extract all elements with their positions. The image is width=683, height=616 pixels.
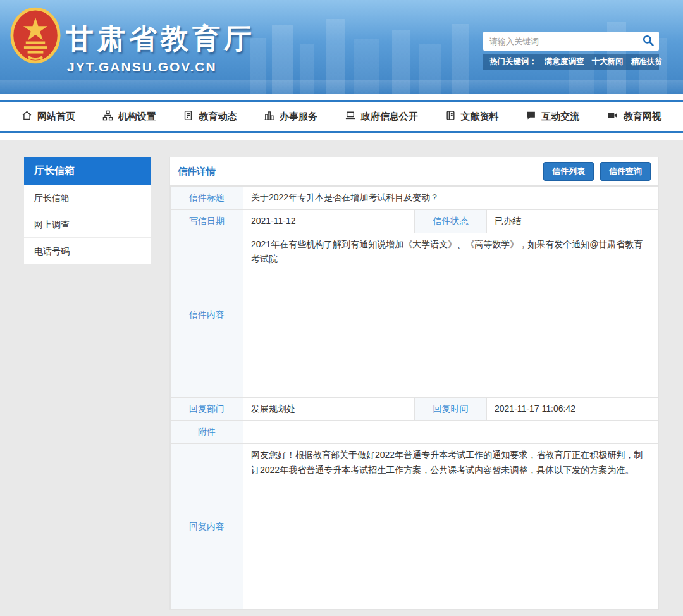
nav-item-services[interactable]: 办事服务 xyxy=(264,110,317,123)
laptop-icon xyxy=(345,110,356,123)
attachment-label: 附件 xyxy=(171,421,243,444)
letter-date-label: 写信日期 xyxy=(171,209,243,233)
table-row: 回复内容 网友您好！根据教育部关于做好2022年普通专升本考试工作的通知要求，省… xyxy=(171,444,658,610)
table-row: 信件内容 2021年在有些机构了解到有通知说增加《大学语文》、《高等数学》，如果… xyxy=(171,233,658,397)
table-row: 回复部门 发展规划处 回复时间 2021-11-17 11:06:42 xyxy=(171,397,658,421)
site-banner: 甘肃省教育厅 JYT.GANSU.GOV.CN 热门关键词： 满意度调查 十大新… xyxy=(0,0,683,94)
reply-time-value: 2021-11-17 11:06:42 xyxy=(487,397,658,421)
nav-item-label: 政府信息公开 xyxy=(361,111,418,123)
nav-item-label: 文献资料 xyxy=(461,111,499,123)
nav-item-label: 互动交流 xyxy=(541,111,579,123)
chat-icon xyxy=(526,110,536,123)
letter-content-label: 信件内容 xyxy=(171,233,243,397)
letter-date-value: 2021-11-12 xyxy=(243,209,415,233)
panel-title: 信件详情 xyxy=(178,166,216,178)
nav-item-home[interactable]: 网站首页 xyxy=(22,110,75,123)
video-camera-icon xyxy=(606,110,618,123)
national-emblem-icon xyxy=(10,6,61,67)
sidebar: 厅长信箱 厅长信箱 网上调查 电话号码 xyxy=(24,157,151,264)
site-title: 甘肃省教育厅 xyxy=(66,20,255,58)
org-chart-icon xyxy=(102,110,113,123)
hot-keyword-link[interactable]: 十大新闻 xyxy=(592,56,624,67)
search-area: 热门关键词： 满意度调查 十大新闻 精准扶贫 xyxy=(483,32,659,70)
page-body: 厅长信箱 厅长信箱 网上调查 电话号码 信件详情 信件列表 信件查询 信件标题 … xyxy=(0,140,683,616)
search-button[interactable] xyxy=(639,33,658,49)
letter-list-button[interactable]: 信件列表 xyxy=(543,162,594,181)
reply-dept-value: 发展规划处 xyxy=(243,397,415,421)
reply-dept-label: 回复部门 xyxy=(171,397,243,421)
nav-item-education-news[interactable]: 教育动态 xyxy=(183,110,237,123)
letter-title-label: 信件标题 xyxy=(171,187,243,210)
reply-content-label: 回复内容 xyxy=(171,444,243,610)
search-icon xyxy=(642,34,655,49)
hot-keyword-link[interactable]: 精准扶贫 xyxy=(631,56,663,67)
sidebar-item-online-survey[interactable]: 网上调查 xyxy=(24,211,151,238)
letter-search-button[interactable]: 信件查询 xyxy=(600,162,651,181)
nav-item-documents[interactable]: 文献资料 xyxy=(445,110,499,123)
letter-content-value: 2021年在有些机构了解到有通知说增加《大学语文》、《高等数学》，如果有发个通知… xyxy=(243,233,658,397)
home-icon xyxy=(22,110,32,123)
letter-status-label: 信件状态 xyxy=(415,209,487,233)
letter-status-value: 已办结 xyxy=(487,209,658,233)
letter-title-value: 关于2022年专升本是否在增加考试科目及变动？ xyxy=(243,187,658,210)
hot-keyword-link[interactable]: 满意度调查 xyxy=(545,56,584,67)
reply-time-label: 回复时间 xyxy=(415,397,487,421)
nav-item-education-video[interactable]: 教育网视 xyxy=(606,110,661,123)
book-icon xyxy=(445,110,456,123)
nav-item-organization[interactable]: 机构设置 xyxy=(102,110,156,123)
table-row: 附件 xyxy=(171,421,658,444)
nav-item-label: 办事服务 xyxy=(280,111,317,123)
nav-item-label: 网站首页 xyxy=(37,111,75,123)
search-input[interactable] xyxy=(483,32,659,51)
buildings-icon xyxy=(264,110,274,123)
nav-item-label: 教育网视 xyxy=(624,111,661,123)
nav-item-interaction[interactable]: 互动交流 xyxy=(526,110,579,123)
letter-detail-panel: 信件详情 信件列表 信件查询 信件标题 关于2022年专升本是否在增加考试科目及… xyxy=(169,157,659,610)
table-row: 信件标题 关于2022年专升本是否在增加考试科目及变动？ xyxy=(171,187,658,210)
hot-keywords-label: 热门关键词： xyxy=(489,56,537,67)
table-row: 写信日期 2021-11-12 信件状态 已办结 xyxy=(171,209,658,233)
letter-detail-table: 信件标题 关于2022年专升本是否在增加考试科目及变动？ 写信日期 2021-1… xyxy=(170,186,658,610)
hot-keywords-bar: 热门关键词： 满意度调查 十大新闻 精准扶贫 xyxy=(483,54,659,70)
main-navigation: 网站首页 机构设置 教育动态 xyxy=(0,100,683,133)
reply-content-value: 网友您好！根据教育部关于做好2022年普通专升本考试工作的通知要求，省教育厅正在… xyxy=(243,444,658,610)
sidebar-item-mailbox[interactable]: 厅长信箱 xyxy=(24,185,151,211)
attachment-value xyxy=(243,421,658,444)
document-icon xyxy=(183,110,194,123)
nav-item-label: 教育动态 xyxy=(199,111,237,123)
sidebar-item-phone-numbers[interactable]: 电话号码 xyxy=(24,238,151,264)
nav-item-gov-info[interactable]: 政府信息公开 xyxy=(345,110,418,123)
nav-item-label: 机构设置 xyxy=(118,111,156,123)
site-url: JYT.GANSU.GOV.CN xyxy=(67,59,217,75)
sidebar-title: 厅长信箱 xyxy=(24,157,151,185)
